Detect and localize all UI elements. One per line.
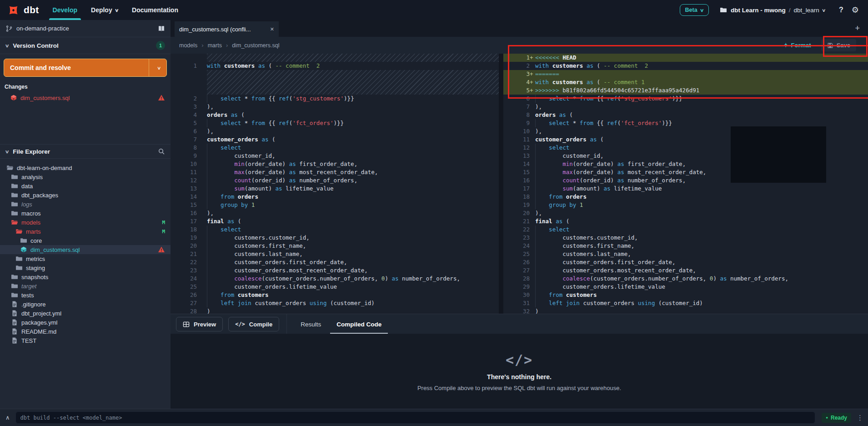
changed-file-row[interactable]: dim_customers.sql bbox=[0, 93, 171, 102]
code-line[interactable]: 24 customers.first_name, bbox=[503, 242, 868, 250]
format-button[interactable]: ✦ Format bbox=[783, 42, 811, 49]
code-line[interactable]: 15 group by 1 bbox=[171, 201, 499, 209]
editor-pane-current[interactable]: 1with customers as ( -- comment 22 selec… bbox=[171, 54, 499, 314]
breadcrumb-file[interactable]: dim_customers.sql bbox=[232, 42, 279, 49]
tree-item-packages-yml[interactable]: packages.yml bbox=[0, 318, 171, 327]
gear-icon[interactable]: ⚙ bbox=[852, 6, 859, 14]
code-line[interactable]: 5+>>>>>>> b81f802a66fd544504c65721e3ffaa… bbox=[503, 86, 868, 95]
code-line[interactable]: 21final as ( bbox=[503, 217, 868, 226]
code-line[interactable]: 6), bbox=[171, 127, 499, 135]
code-line[interactable]: 32) bbox=[503, 307, 868, 314]
tree-item-core[interactable]: core bbox=[0, 236, 171, 245]
tab-compiled-code[interactable]: Compiled Code bbox=[332, 314, 386, 334]
code-line[interactable]: 7), bbox=[503, 103, 868, 111]
tree-item-staging[interactable]: staging bbox=[0, 263, 171, 272]
code-line[interactable]: 7customer_orders as ( bbox=[171, 135, 499, 144]
tree-item-snapshots[interactable]: snapshots bbox=[0, 272, 171, 281]
tree-item-dbt-packages[interactable]: dbt_packages bbox=[0, 190, 171, 200]
code-line[interactable]: 17final as ( bbox=[171, 217, 499, 226]
code-line[interactable]: 3), bbox=[171, 103, 499, 111]
code-line[interactable]: 31 left join customer_orders using (cust… bbox=[503, 299, 868, 307]
code-line[interactable]: 3+======= bbox=[503, 70, 868, 78]
code-line[interactable]: 25 customer_orders.lifetime_value bbox=[171, 283, 499, 291]
code-line[interactable]: 23 customer_orders.most_recent_order_dat… bbox=[171, 266, 499, 275]
tree-item-target[interactable]: target bbox=[0, 281, 171, 291]
code-line[interactable]: 6 select * from {{ ref('stg_customers')}… bbox=[503, 95, 868, 103]
chevron-up-icon[interactable]: ∧ bbox=[5, 414, 10, 421]
tree-item-dim-customers-sql[interactable]: dim_customers.sql bbox=[0, 245, 171, 254]
project-selector[interactable]: dbt Learn - mwong / dbt_learn ∨ bbox=[720, 6, 825, 14]
breadcrumb-marts[interactable]: marts bbox=[208, 42, 222, 49]
kebab-menu-icon[interactable]: ⋮ bbox=[857, 414, 863, 422]
tree-item-marts[interactable]: martsM bbox=[0, 227, 171, 236]
code-line[interactable]: 20), bbox=[503, 209, 868, 217]
code-line[interactable]: 5 select * from {{ ref('fct_orders')}} bbox=[171, 119, 499, 127]
code-line[interactable]: 11 max(order_date) as most_recent_order_… bbox=[171, 168, 499, 176]
tree-item-metrics[interactable]: metrics bbox=[0, 254, 171, 263]
tree-item-tests[interactable]: tests bbox=[0, 291, 171, 300]
tree-item-macros[interactable]: macros bbox=[0, 209, 171, 218]
tree-item-readme-md[interactable]: README.md bbox=[0, 327, 171, 336]
code-line[interactable]: 2with customers as ( -- comment 2 bbox=[503, 62, 868, 70]
code-line[interactable]: 4+with customers as ( -- comment 1 bbox=[503, 78, 868, 86]
code-line[interactable]: 22 select bbox=[503, 226, 868, 234]
code-line[interactable]: 20 customers.first_name, bbox=[171, 242, 499, 250]
file-explorer-header[interactable]: ∨ File Explorer bbox=[0, 144, 171, 159]
code-line[interactable]: 13 sum(amount) as lifetime_value bbox=[171, 185, 499, 193]
code-line[interactable]: 2 select * from {{ ref('stg_customers')}… bbox=[171, 95, 499, 103]
code-line[interactable]: 29 customer_orders.lifetime_value bbox=[503, 283, 868, 291]
pane-divider[interactable] bbox=[499, 54, 503, 314]
new-tab-button[interactable]: + bbox=[855, 24, 860, 33]
code-line[interactable]: 19 customers.customer_id, bbox=[171, 234, 499, 242]
tree-item-logs[interactable]: logs bbox=[0, 200, 171, 209]
commit-options-chevron[interactable]: ∨ bbox=[149, 59, 166, 76]
code-line[interactable]: 19 group by 1 bbox=[503, 201, 868, 209]
save-button[interactable]: Save bbox=[821, 39, 856, 51]
docs-book-icon[interactable] bbox=[158, 25, 165, 32]
tree-item--gitignore[interactable]: .gitignore bbox=[0, 300, 171, 309]
search-icon[interactable] bbox=[158, 148, 165, 155]
preview-button[interactable]: Preview bbox=[176, 317, 223, 331]
code-line[interactable]: 22 customer_orders.first_order_date, bbox=[171, 258, 499, 266]
code-line[interactable]: 1+<<<<<<< HEAD bbox=[503, 54, 868, 62]
dbt-logo[interactable]: dbt bbox=[7, 4, 39, 16]
code-line[interactable]: 26 customer_orders.first_order_date, bbox=[503, 258, 868, 266]
code-line[interactable]: 30 from customers bbox=[503, 291, 868, 299]
compile-button[interactable]: </> Compile bbox=[228, 317, 279, 331]
code-line[interactable]: 28 coalesce(customer_orders.number_of_or… bbox=[503, 275, 868, 283]
close-icon[interactable]: ✕ bbox=[270, 26, 274, 32]
version-control-header[interactable]: ∨ Version Control 1 bbox=[0, 37, 171, 54]
code-line[interactable]: 17 sum(amount) as lifetime_value bbox=[503, 185, 868, 193]
command-input[interactable] bbox=[15, 411, 816, 424]
tree-item-data[interactable]: data bbox=[0, 181, 171, 190]
code-line[interactable]: 23 customers.customer_id, bbox=[503, 234, 868, 242]
tree-item-test[interactable]: TEST bbox=[0, 336, 171, 345]
code-line[interactable]: 8 select bbox=[171, 144, 499, 152]
code-line[interactable]: 12 count(order_id) as number_of_orders, bbox=[171, 176, 499, 185]
tree-item-dbt-learn-on-demand[interactable]: dbt-learn-on-demand bbox=[0, 163, 171, 172]
code-line[interactable]: 18 from orders bbox=[503, 193, 868, 201]
code-line[interactable]: 28) bbox=[171, 307, 499, 314]
code-line[interactable]: 16), bbox=[171, 209, 499, 217]
nav-item-deploy[interactable]: Deploy∨ bbox=[91, 0, 118, 20]
branch-row[interactable]: on-demand-practice bbox=[0, 20, 171, 37]
tab-results[interactable]: Results bbox=[296, 314, 326, 334]
tab-dim-customers[interactable]: dim_customers.sql (confli... ✕ bbox=[175, 21, 279, 37]
nav-item-develop[interactable]: Develop bbox=[53, 0, 77, 20]
code-line[interactable]: 24 coalesce(customer_orders.number_of_or… bbox=[171, 275, 499, 283]
code-line[interactable]: 9 customer_id, bbox=[171, 152, 499, 160]
nav-item-documentation[interactable]: Documentation bbox=[132, 0, 178, 20]
code-line[interactable]: 14 from orders bbox=[171, 193, 499, 201]
code-line[interactable]: 25 customers.last_name, bbox=[503, 250, 868, 258]
code-line[interactable]: 21 customers.last_name, bbox=[171, 250, 499, 258]
code-line[interactable]: 8orders as ( bbox=[503, 111, 868, 119]
commit-and-resolve-button[interactable]: Commit and resolve ∨ bbox=[4, 59, 167, 77]
code-line[interactable]: 4orders as ( bbox=[171, 111, 499, 119]
beta-dropdown[interactable]: Beta∨ bbox=[680, 4, 709, 16]
code-line[interactable]: 1with customers as ( -- comment 2 bbox=[171, 62, 499, 70]
code-line[interactable]: 10 min(order_date) as first_order_date, bbox=[171, 160, 499, 168]
tree-item-models[interactable]: modelsM bbox=[0, 218, 171, 227]
help-icon[interactable]: ? bbox=[839, 6, 843, 14]
code-line[interactable]: 26 from customers bbox=[171, 291, 499, 299]
code-line[interactable]: 18 select bbox=[171, 226, 499, 234]
